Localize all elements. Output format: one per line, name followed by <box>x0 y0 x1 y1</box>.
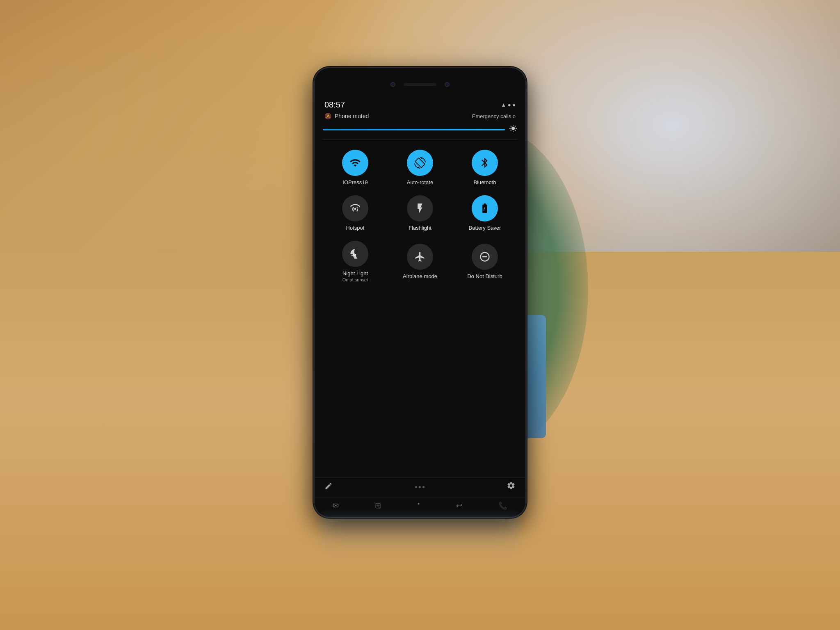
qs-row-3: Night Light On at sunset Airplane mode <box>323 237 517 285</box>
notification-bar: 🔕 Phone muted Emergency calls o <box>315 111 525 123</box>
nav-icon-grid[interactable]: ⊞ <box>375 501 381 510</box>
front-camera <box>390 82 395 87</box>
battery-saver-label: Battery Saver <box>469 225 501 231</box>
nav-icon-dot: ● <box>417 501 420 510</box>
qs-tile-dnd[interactable]: Do Not Disturb <box>460 244 509 279</box>
bottom-left-controls <box>324 482 333 492</box>
flashlight-icon-circle[interactable] <box>407 195 433 221</box>
emergency-calls-text: Emergency calls o <box>472 113 516 119</box>
night-light-icon-circle[interactable] <box>342 241 368 267</box>
edit-icon[interactable] <box>324 482 333 492</box>
screen: 08:57 ▲ ● ● 🔕 Phone muted Emergency call… <box>315 68 525 517</box>
qs-tile-flashlight[interactable]: Flashlight <box>395 195 445 231</box>
sensor <box>445 82 450 87</box>
bluetooth-label: Bluetooth <box>474 179 496 185</box>
qs-tile-wifi[interactable]: IOPress19 <box>331 150 380 185</box>
qs-tile-bluetooth[interactable]: Bluetooth <box>460 150 509 185</box>
nav-dot-3 <box>422 486 425 488</box>
nav-dot-1 <box>415 486 417 488</box>
qs-row-1: IOPress19 Auto-rotate <box>323 146 517 189</box>
bluetooth-icon-circle[interactable] <box>472 150 498 176</box>
airplane-icon-circle[interactable] <box>407 244 433 270</box>
phone: 08:57 ▲ ● ● 🔕 Phone muted Emergency call… <box>313 67 527 518</box>
nav-icon-back[interactable]: ↩ <box>456 501 462 510</box>
qs-tile-auto-rotate[interactable]: Auto-rotate <box>395 150 445 185</box>
dnd-icon-circle[interactable] <box>472 244 498 270</box>
phone-wrapper: 08:57 ▲ ● ● 🔕 Phone muted Emergency call… <box>313 67 527 563</box>
wifi-icon-circle[interactable] <box>342 150 368 176</box>
nav-dot-2 <box>419 486 421 488</box>
quick-settings-grid: IOPress19 Auto-rotate <box>315 140 525 477</box>
phone-reflection <box>322 514 518 563</box>
wifi-connected-dot <box>363 161 366 164</box>
auto-rotate-label: Auto-rotate <box>407 179 433 185</box>
bottom-bar <box>315 477 525 498</box>
qs-tile-battery-saver[interactable]: Battery Saver <box>460 195 509 231</box>
qs-tile-hotspot[interactable]: Hotspot <box>331 195 380 231</box>
night-light-sublabel: On at sunset <box>342 277 368 282</box>
brightness-row <box>315 123 525 139</box>
battery-saver-icon-circle[interactable] <box>472 195 498 221</box>
nav-icon-email[interactable]: ✉ <box>333 501 339 510</box>
brightness-slider[interactable] <box>323 129 505 130</box>
qs-tile-airplane[interactable]: Airplane mode <box>395 244 445 279</box>
auto-rotate-icon-circle[interactable] <box>407 150 433 176</box>
settings-icon[interactable] <box>507 481 516 493</box>
nav-icon-phone[interactable]: 📞 <box>498 501 507 510</box>
notification-left: 🔕 Phone muted <box>324 113 369 119</box>
nav-dots <box>415 486 425 488</box>
bell-muted-icon: 🔕 <box>324 113 331 119</box>
earpiece-speaker <box>404 83 436 86</box>
hotspot-icon-circle[interactable] <box>342 195 368 221</box>
phone-muted-text: Phone muted <box>335 113 369 119</box>
brightness-icon[interactable] <box>509 124 517 135</box>
qs-tile-night-light[interactable]: Night Light On at sunset <box>331 241 380 282</box>
hotspot-label: Hotspot <box>346 225 365 231</box>
wifi-icon-container <box>349 157 361 169</box>
qs-row-2: Hotspot Flashlight <box>323 192 517 234</box>
airplane-label: Airplane mode <box>403 273 437 279</box>
wifi-label: IOPress19 <box>342 179 368 185</box>
status-icons: ▲ ● ● <box>501 102 516 108</box>
phone-hardware-top <box>315 68 525 101</box>
flashlight-label: Flashlight <box>409 225 431 231</box>
dnd-label: Do Not Disturb <box>467 273 502 279</box>
status-time: 08:57 <box>324 100 345 110</box>
night-light-label: Night Light <box>342 270 368 276</box>
